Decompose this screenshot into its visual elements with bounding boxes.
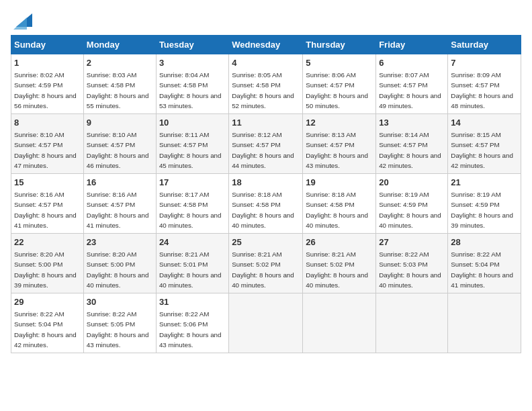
- day-number: 30: [87, 296, 153, 308]
- day-info: Sunrise: 8:21 AMSunset: 5:02 PMDaylight:…: [306, 250, 368, 289]
- day-number: 25: [232, 236, 300, 248]
- day-number: 27: [379, 236, 445, 248]
- calendar-cell: 22Sunrise: 8:20 AMSunset: 5:00 PMDayligh…: [11, 234, 84, 293]
- day-info: Sunrise: 8:19 AMSunset: 4:59 PMDaylight:…: [379, 191, 441, 229]
- day-info: Sunrise: 8:21 AMSunset: 5:02 PMDaylight:…: [232, 250, 294, 289]
- svg-marker-1: [13, 17, 27, 30]
- day-info: Sunrise: 8:19 AMSunset: 4:59 PMDaylight:…: [451, 191, 513, 229]
- calendar-cell: 12Sunrise: 8:13 AMSunset: 4:57 PMDayligh…: [303, 114, 376, 174]
- day-info: Sunrise: 8:05 AMSunset: 4:58 PMDaylight:…: [232, 71, 294, 109]
- calendar-table: SundayMondayTuesdayWednesdayThursdayFrid…: [11, 35, 521, 353]
- calendar-cell: 24Sunrise: 8:21 AMSunset: 5:01 PMDayligh…: [156, 234, 228, 293]
- day-number: 2: [87, 57, 153, 69]
- calendar-cell: 9Sunrise: 8:10 AMSunset: 4:57 PMDaylight…: [83, 114, 156, 174]
- calendar-cell: 15Sunrise: 8:16 AMSunset: 4:57 PMDayligh…: [11, 174, 84, 234]
- day-number: 23: [87, 236, 153, 248]
- day-info: Sunrise: 8:10 AMSunset: 4:57 PMDaylight:…: [87, 131, 149, 169]
- day-number: 28: [451, 236, 518, 248]
- day-number: 4: [232, 57, 300, 69]
- day-number: 15: [14, 177, 81, 189]
- weekday-header-tuesday: Tuesday: [156, 36, 228, 54]
- calendar-cell: 27Sunrise: 8:22 AMSunset: 5:03 PMDayligh…: [376, 234, 448, 293]
- day-number: 21: [451, 177, 518, 189]
- calendar-cell: 13Sunrise: 8:14 AMSunset: 4:57 PMDayligh…: [376, 114, 448, 174]
- day-info: Sunrise: 8:12 AMSunset: 4:57 PMDaylight:…: [232, 131, 294, 169]
- day-info: Sunrise: 8:02 AMSunset: 4:59 PMDaylight:…: [14, 71, 77, 109]
- weekday-header-friday: Friday: [376, 36, 448, 54]
- week-row-4: 22Sunrise: 8:20 AMSunset: 5:00 PMDayligh…: [11, 234, 521, 293]
- day-number: 17: [159, 177, 226, 189]
- day-number: 11: [232, 117, 300, 129]
- weekday-header-monday: Monday: [83, 36, 156, 54]
- week-row-5: 29Sunrise: 8:22 AMSunset: 5:04 PMDayligh…: [11, 293, 521, 353]
- week-row-1: 1Sunrise: 8:02 AMSunset: 4:59 PMDaylight…: [11, 54, 521, 114]
- day-info: Sunrise: 8:21 AMSunset: 5:01 PMDaylight:…: [159, 250, 222, 289]
- calendar-cell: 26Sunrise: 8:21 AMSunset: 5:02 PMDayligh…: [303, 234, 376, 293]
- day-info: Sunrise: 8:15 AMSunset: 4:57 PMDaylight:…: [451, 131, 513, 169]
- logo: [11, 11, 32, 28]
- day-info: Sunrise: 8:16 AMSunset: 4:57 PMDaylight:…: [14, 191, 77, 229]
- day-info: Sunrise: 8:14 AMSunset: 4:57 PMDaylight:…: [379, 131, 441, 169]
- calendar-cell: 17Sunrise: 8:17 AMSunset: 4:58 PMDayligh…: [156, 174, 228, 234]
- day-info: Sunrise: 8:22 AMSunset: 5:04 PMDaylight:…: [14, 310, 77, 349]
- day-info: Sunrise: 8:22 AMSunset: 5:04 PMDaylight:…: [451, 250, 513, 289]
- main-container: SundayMondayTuesdayWednesdayThursdayFrid…: [0, 0, 532, 359]
- calendar-cell: 23Sunrise: 8:20 AMSunset: 5:00 PMDayligh…: [83, 234, 156, 293]
- calendar-cell: 5Sunrise: 8:06 AMSunset: 4:57 PMDaylight…: [303, 54, 376, 114]
- weekday-header-thursday: Thursday: [303, 36, 376, 54]
- week-row-2: 8Sunrise: 8:10 AMSunset: 4:57 PMDaylight…: [11, 114, 521, 174]
- calendar-cell: 2Sunrise: 8:03 AMSunset: 4:58 PMDaylight…: [83, 54, 156, 114]
- calendar-cell: [229, 293, 303, 353]
- week-row-3: 15Sunrise: 8:16 AMSunset: 4:57 PMDayligh…: [11, 174, 521, 234]
- day-number: 14: [451, 117, 518, 129]
- day-info: Sunrise: 8:18 AMSunset: 4:58 PMDaylight:…: [306, 191, 368, 229]
- day-info: Sunrise: 8:22 AMSunset: 5:03 PMDaylight:…: [379, 250, 441, 289]
- calendar-cell: 20Sunrise: 8:19 AMSunset: 4:59 PMDayligh…: [376, 174, 448, 234]
- day-number: 24: [159, 236, 226, 248]
- day-number: 26: [306, 236, 373, 248]
- calendar-cell: 6Sunrise: 8:07 AMSunset: 4:57 PMDaylight…: [376, 54, 448, 114]
- calendar-cell: 4Sunrise: 8:05 AMSunset: 4:58 PMDaylight…: [229, 54, 303, 114]
- day-number: 19: [306, 177, 373, 189]
- day-info: Sunrise: 8:22 AMSunset: 5:05 PMDaylight:…: [87, 310, 149, 349]
- day-info: Sunrise: 8:03 AMSunset: 4:58 PMDaylight:…: [87, 71, 149, 109]
- calendar-cell: 25Sunrise: 8:21 AMSunset: 5:02 PMDayligh…: [229, 234, 303, 293]
- day-number: 12: [306, 117, 373, 129]
- calendar-cell: 11Sunrise: 8:12 AMSunset: 4:57 PMDayligh…: [229, 114, 303, 174]
- day-info: Sunrise: 8:17 AMSunset: 4:58 PMDaylight:…: [159, 191, 222, 229]
- day-number: 22: [14, 236, 81, 248]
- calendar-cell: 19Sunrise: 8:18 AMSunset: 4:58 PMDayligh…: [303, 174, 376, 234]
- calendar-cell: 1Sunrise: 8:02 AMSunset: 4:59 PMDaylight…: [11, 54, 84, 114]
- day-info: Sunrise: 8:18 AMSunset: 4:58 PMDaylight:…: [232, 191, 294, 229]
- calendar-cell: 14Sunrise: 8:15 AMSunset: 4:57 PMDayligh…: [448, 114, 521, 174]
- calendar-cell: [303, 293, 376, 353]
- weekday-header-sunday: Sunday: [11, 36, 84, 54]
- calendar-cell: 18Sunrise: 8:18 AMSunset: 4:58 PMDayligh…: [229, 174, 303, 234]
- weekday-header-saturday: Saturday: [448, 36, 521, 54]
- day-info: Sunrise: 8:09 AMSunset: 4:57 PMDaylight:…: [451, 71, 513, 109]
- day-info: Sunrise: 8:11 AMSunset: 4:57 PMDaylight:…: [159, 131, 222, 169]
- day-number: 9: [87, 117, 153, 129]
- calendar-cell: 10Sunrise: 8:11 AMSunset: 4:57 PMDayligh…: [156, 114, 228, 174]
- calendar-cell: 3Sunrise: 8:04 AMSunset: 4:58 PMDaylight…: [156, 54, 228, 114]
- day-info: Sunrise: 8:20 AMSunset: 5:00 PMDaylight:…: [87, 250, 149, 289]
- day-number: 20: [379, 177, 445, 189]
- day-number: 13: [379, 117, 445, 129]
- day-number: 31: [159, 296, 226, 308]
- logo-triangle-icon: [13, 11, 32, 30]
- calendar-cell: 8Sunrise: 8:10 AMSunset: 4:57 PMDaylight…: [11, 114, 84, 174]
- day-number: 10: [159, 117, 226, 129]
- day-info: Sunrise: 8:06 AMSunset: 4:57 PMDaylight:…: [306, 71, 368, 109]
- calendar-cell: [448, 293, 521, 353]
- day-number: 7: [451, 57, 518, 69]
- day-number: 3: [159, 57, 226, 69]
- weekday-header-row: SundayMondayTuesdayWednesdayThursdayFrid…: [11, 36, 521, 54]
- calendar-cell: 16Sunrise: 8:16 AMSunset: 4:57 PMDayligh…: [83, 174, 156, 234]
- calendar-cell: 29Sunrise: 8:22 AMSunset: 5:04 PMDayligh…: [11, 293, 84, 353]
- calendar-cell: 31Sunrise: 8:22 AMSunset: 5:06 PMDayligh…: [156, 293, 228, 353]
- day-info: Sunrise: 8:13 AMSunset: 4:57 PMDaylight:…: [306, 131, 368, 169]
- day-info: Sunrise: 8:04 AMSunset: 4:58 PMDaylight:…: [159, 71, 222, 109]
- weekday-header-wednesday: Wednesday: [229, 36, 303, 54]
- day-info: Sunrise: 8:16 AMSunset: 4:57 PMDaylight:…: [87, 191, 149, 229]
- calendar-cell: 7Sunrise: 8:09 AMSunset: 4:57 PMDaylight…: [448, 54, 521, 114]
